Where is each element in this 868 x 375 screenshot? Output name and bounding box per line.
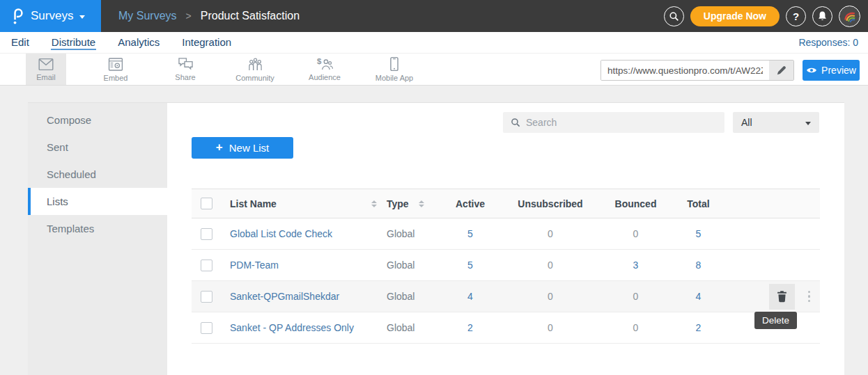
list-name-link[interactable]: Sanket-QPGmailShekdar xyxy=(230,291,339,302)
channel-label: Community xyxy=(235,74,274,82)
table-row: Sanket - QP Addresses Only Global 2 0 0 … xyxy=(192,312,820,344)
lists-main-panel: All + New List List Name xyxy=(167,103,844,375)
list-search-box xyxy=(503,112,724,133)
help-button[interactable]: ? xyxy=(786,6,806,26)
channel-label: Embed xyxy=(104,74,128,82)
total-count[interactable]: 2 xyxy=(658,322,738,333)
chevron-down-icon xyxy=(79,15,85,19)
channel-community[interactable]: Community xyxy=(235,54,275,85)
unsubscribed-count: 0 xyxy=(488,291,613,302)
delete-list-button[interactable] xyxy=(769,284,795,310)
active-count[interactable]: 2 xyxy=(453,322,488,333)
account-logo-icon xyxy=(840,6,860,26)
notifications-button[interactable] xyxy=(812,6,832,26)
row-checkbox[interactable] xyxy=(201,291,212,303)
channel-embed[interactable]: Embed xyxy=(95,54,136,85)
search-icon xyxy=(511,118,520,127)
list-type: Global xyxy=(387,322,414,333)
total-count[interactable]: 5 xyxy=(658,228,738,239)
lists-card: Compose Sent Scheduled Lists Templates A… xyxy=(28,102,844,375)
channel-label: Mobile App xyxy=(375,74,413,82)
tab-analytics[interactable]: Analytics xyxy=(117,35,160,50)
column-unsubscribed: Unsubscribed xyxy=(488,198,613,209)
question-mark-icon: ? xyxy=(793,10,799,22)
email-icon xyxy=(38,58,54,71)
active-count[interactable]: 5 xyxy=(453,228,488,239)
row-checkbox[interactable] xyxy=(201,228,212,240)
trash-icon xyxy=(777,290,787,303)
row-checkbox[interactable] xyxy=(201,322,212,334)
sidebar-item-compose[interactable]: Compose xyxy=(28,106,167,134)
channel-audience[interactable]: $ Audience xyxy=(304,54,345,85)
preview-button[interactable]: Preview xyxy=(803,60,860,81)
breadcrumb-separator: > xyxy=(186,10,192,22)
list-name-link[interactable]: PDM-Team xyxy=(230,260,279,271)
sidebar-item-templates[interactable]: Templates xyxy=(28,215,167,242)
sort-list-name-icon[interactable] xyxy=(371,200,377,207)
filter-value: All xyxy=(741,117,752,128)
channel-share[interactable]: Share xyxy=(165,54,206,85)
row-menu-button[interactable] xyxy=(804,288,815,305)
edit-url-button[interactable] xyxy=(769,61,793,80)
sidebar-item-scheduled[interactable]: Scheduled xyxy=(28,161,167,188)
list-name-link[interactable]: Sanket - QP Addresses Only xyxy=(230,322,354,333)
app-root: Surveys My Surveys > Product Satisfactio… xyxy=(0,0,868,375)
select-all-checkbox[interactable] xyxy=(201,198,212,209)
embed-icon xyxy=(108,57,123,72)
new-list-label: New List xyxy=(229,142,270,154)
sort-type-icon[interactable] xyxy=(419,200,424,207)
total-count[interactable]: 8 xyxy=(658,260,738,271)
content-area: Compose Sent Scheduled Lists Templates A… xyxy=(0,86,868,375)
total-count[interactable]: 4 xyxy=(658,291,738,302)
bounced-count[interactable]: 3 xyxy=(613,260,658,271)
list-name-link[interactable]: Global List Code Check xyxy=(230,228,332,239)
channel-label: Audience xyxy=(309,73,341,81)
community-icon xyxy=(247,57,263,72)
breadcrumb-my-surveys[interactable]: My Surveys xyxy=(118,10,177,22)
mobile-app-icon xyxy=(389,56,399,72)
channel-email[interactable]: Email xyxy=(26,54,66,85)
questionpro-logo-icon xyxy=(11,8,24,25)
list-type: Global xyxy=(387,260,414,271)
audience-icon: $ xyxy=(316,57,333,71)
user-avatar[interactable] xyxy=(839,6,860,27)
upgrade-now-button[interactable]: Upgrade Now xyxy=(690,6,780,26)
list-type-filter[interactable]: All xyxy=(733,112,819,133)
table-row: PDM-Team Global 5 0 3 8 xyxy=(192,250,820,281)
lists-table: List Name Type Active Unsubscribed Bounc… xyxy=(192,189,820,344)
active-count[interactable]: 5 xyxy=(453,260,488,271)
column-bounced: Bounced xyxy=(613,198,658,209)
topbar: Surveys My Surveys > Product Satisfactio… xyxy=(0,0,868,32)
tab-edit[interactable]: Edit xyxy=(10,35,30,50)
topbar-actions: Upgrade Now ? xyxy=(664,0,860,32)
active-count[interactable]: 4 xyxy=(453,291,488,302)
delete-tooltip: Delete xyxy=(754,312,797,329)
table-header-row: List Name Type Active Unsubscribed Bounc… xyxy=(192,189,820,218)
search-button[interactable] xyxy=(664,6,684,26)
unsubscribed-count: 0 xyxy=(488,228,613,239)
sidebar-item-lists[interactable]: Lists xyxy=(28,188,167,215)
responses-count: Responses: 0 xyxy=(798,32,858,53)
column-type[interactable]: Type xyxy=(387,198,409,209)
surveys-product-menu[interactable]: Surveys xyxy=(0,0,101,32)
column-list-name[interactable]: List Name xyxy=(230,198,277,209)
tab-distribute[interactable]: Distribute xyxy=(51,35,96,50)
bounced-count: 0 xyxy=(613,228,658,239)
tab-integration[interactable]: Integration xyxy=(181,35,232,50)
survey-url-input[interactable] xyxy=(601,61,769,80)
search-input[interactable] xyxy=(526,117,724,128)
table-row: Global List Code Check Global 5 0 0 5 xyxy=(192,218,820,250)
channel-mobile-app[interactable]: Mobile App xyxy=(374,54,414,85)
channel-label: Share xyxy=(175,73,195,81)
new-list-button[interactable]: + New List xyxy=(192,137,293,159)
pencil-icon xyxy=(777,65,786,75)
channel-list: Email Embed Share xyxy=(26,54,444,85)
breadcrumb: My Surveys > Product Satisfaction xyxy=(118,0,300,32)
row-checkbox[interactable] xyxy=(201,260,212,271)
sidebar-item-sent[interactable]: Sent xyxy=(28,134,167,161)
bell-icon xyxy=(817,10,828,22)
surveys-menu-label: Surveys xyxy=(31,9,73,23)
survey-url-group xyxy=(600,60,794,81)
table-row-hovered: Sanket-QPGmailShekdar Global 4 0 0 4 xyxy=(192,281,820,312)
unsubscribed-count: 0 xyxy=(488,322,613,333)
